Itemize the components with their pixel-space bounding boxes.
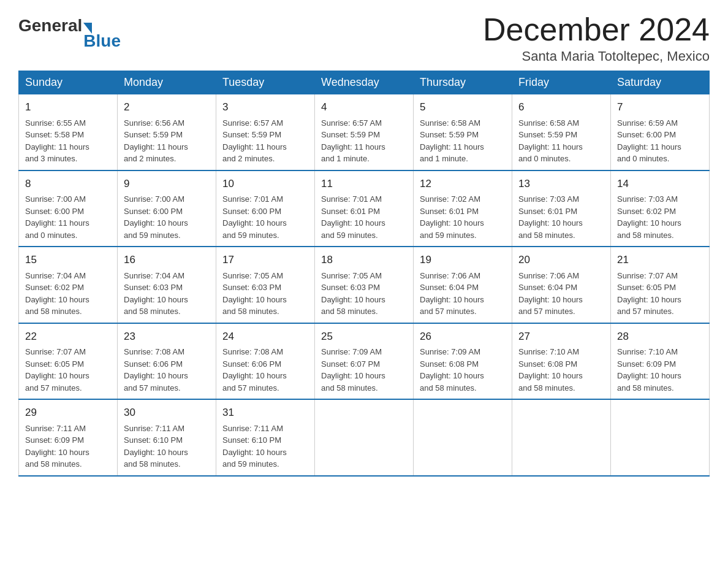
day-info: Sunrise: 7:10 AMSunset: 6:08 PMDaylight:… [518,346,604,394]
calendar-week-row: 29 Sunrise: 7:11 AMSunset: 6:09 PMDaylig… [19,399,710,476]
day-number: 27 [518,329,604,345]
day-info: Sunrise: 7:08 AMSunset: 6:06 PMDaylight:… [222,346,308,394]
day-info: Sunrise: 7:07 AMSunset: 6:05 PMDaylight:… [617,270,703,318]
calendar-cell: 30 Sunrise: 7:11 AMSunset: 6:10 PMDaylig… [118,399,216,476]
day-info: Sunrise: 6:57 AMSunset: 5:59 PMDaylight:… [222,117,308,165]
calendar-cell [414,399,512,476]
col-header-tuesday: Tuesday [216,71,315,94]
calendar-cell: 24 Sunrise: 7:08 AMSunset: 6:06 PMDaylig… [216,323,315,400]
calendar-header-row: SundayMondayTuesdayWednesdayThursdayFrid… [19,71,710,94]
day-number: 23 [124,329,210,345]
title-block: December 2024 Santa Maria Totoltepec, Me… [483,12,710,64]
logo: General General Blue [18,17,121,52]
day-number: 28 [617,329,703,345]
calendar-cell: 29 Sunrise: 7:11 AMSunset: 6:09 PMDaylig… [19,399,118,476]
day-number: 14 [617,176,703,192]
calendar-cell: 23 Sunrise: 7:08 AMSunset: 6:06 PMDaylig… [118,323,216,400]
day-number: 25 [321,329,407,345]
day-number: 24 [222,329,308,345]
calendar-cell: 28 Sunrise: 7:10 AMSunset: 6:09 PMDaylig… [611,323,710,400]
day-number: 30 [124,405,210,421]
col-header-saturday: Saturday [611,71,710,94]
calendar-cell: 7 Sunrise: 6:59 AMSunset: 6:00 PMDayligh… [611,94,710,170]
day-info: Sunrise: 7:09 AMSunset: 6:08 PMDaylight:… [420,346,506,394]
day-info: Sunrise: 7:05 AMSunset: 6:03 PMDaylight:… [222,270,308,318]
day-info: Sunrise: 7:04 AMSunset: 6:03 PMDaylight:… [124,270,210,318]
day-number: 5 [420,99,506,115]
calendar-cell: 11 Sunrise: 7:01 AMSunset: 6:01 PMDaylig… [315,170,414,247]
day-number: 6 [518,99,604,115]
day-number: 13 [518,176,604,192]
calendar-table: SundayMondayTuesdayWednesdayThursdayFrid… [18,71,710,477]
calendar-cell: 9 Sunrise: 7:00 AMSunset: 6:00 PMDayligh… [118,170,216,247]
calendar-cell: 25 Sunrise: 7:09 AMSunset: 6:07 PMDaylig… [315,323,414,400]
calendar-cell: 4 Sunrise: 6:57 AMSunset: 5:59 PMDayligh… [315,94,414,170]
calendar-cell: 1 Sunrise: 6:55 AMSunset: 5:58 PMDayligh… [19,94,118,170]
calendar-cell: 20 Sunrise: 7:06 AMSunset: 6:04 PMDaylig… [512,247,611,323]
day-info: Sunrise: 7:04 AMSunset: 6:02 PMDaylight:… [25,270,111,318]
calendar-cell: 19 Sunrise: 7:06 AMSunset: 6:04 PMDaylig… [414,247,512,323]
day-info: Sunrise: 7:02 AMSunset: 6:01 PMDaylight:… [420,193,506,241]
day-info: Sunrise: 6:57 AMSunset: 5:59 PMDaylight:… [321,117,407,165]
day-number: 19 [420,252,506,268]
day-number: 9 [124,176,210,192]
page-header: General General Blue December 2024 Santa… [18,12,710,64]
day-info: Sunrise: 6:58 AMSunset: 5:59 PMDaylight:… [518,117,604,165]
day-number: 16 [124,252,210,268]
day-number: 21 [617,252,703,268]
month-year-title: December 2024 [483,12,710,47]
day-info: Sunrise: 6:56 AMSunset: 5:59 PMDaylight:… [124,117,210,165]
day-info: Sunrise: 7:03 AMSunset: 6:02 PMDaylight:… [617,193,703,241]
day-info: Sunrise: 7:10 AMSunset: 6:09 PMDaylight:… [617,346,703,394]
calendar-cell: 14 Sunrise: 7:03 AMSunset: 6:02 PMDaylig… [611,170,710,247]
day-number: 10 [222,176,308,192]
calendar-cell [315,399,414,476]
calendar-week-row: 1 Sunrise: 6:55 AMSunset: 5:58 PMDayligh… [19,94,710,170]
day-info: Sunrise: 7:08 AMSunset: 6:06 PMDaylight:… [124,346,210,394]
calendar-week-row: 8 Sunrise: 7:00 AMSunset: 6:00 PMDayligh… [19,170,710,247]
day-number: 22 [25,329,111,345]
location-subtitle: Santa Maria Totoltepec, Mexico [483,48,710,64]
day-number: 29 [25,405,111,421]
day-number: 26 [420,329,506,345]
calendar-cell: 13 Sunrise: 7:03 AMSunset: 6:01 PMDaylig… [512,170,611,247]
day-info: Sunrise: 6:55 AMSunset: 5:58 PMDaylight:… [25,117,111,165]
calendar-cell: 5 Sunrise: 6:58 AMSunset: 5:59 PMDayligh… [414,94,512,170]
col-header-thursday: Thursday [414,71,512,94]
col-header-monday: Monday [118,71,216,94]
day-number: 31 [222,405,308,421]
logo-arrow-icon [83,23,92,34]
day-info: Sunrise: 7:11 AMSunset: 6:10 PMDaylight:… [222,423,308,470]
day-info: Sunrise: 7:00 AMSunset: 6:00 PMDaylight:… [124,193,210,241]
day-number: 17 [222,252,308,268]
day-number: 12 [420,176,506,192]
col-header-sunday: Sunday [19,71,118,94]
calendar-cell: 27 Sunrise: 7:10 AMSunset: 6:08 PMDaylig… [512,323,611,400]
col-header-wednesday: Wednesday [315,71,414,94]
day-info: Sunrise: 6:58 AMSunset: 5:59 PMDaylight:… [420,117,506,165]
day-number: 20 [518,252,604,268]
calendar-cell: 22 Sunrise: 7:07 AMSunset: 6:05 PMDaylig… [19,323,118,400]
calendar-cell: 31 Sunrise: 7:11 AMSunset: 6:10 PMDaylig… [216,399,315,476]
day-number: 7 [617,99,703,115]
day-info: Sunrise: 7:05 AMSunset: 6:03 PMDaylight:… [321,270,407,318]
calendar-cell: 21 Sunrise: 7:07 AMSunset: 6:05 PMDaylig… [611,247,710,323]
day-number: 3 [222,99,308,115]
day-info: Sunrise: 7:07 AMSunset: 6:05 PMDaylight:… [25,346,111,394]
calendar-cell: 18 Sunrise: 7:05 AMSunset: 6:03 PMDaylig… [315,247,414,323]
calendar-cell: 8 Sunrise: 7:00 AMSunset: 6:00 PMDayligh… [19,170,118,247]
day-number: 11 [321,176,407,192]
day-info: Sunrise: 7:01 AMSunset: 6:01 PMDaylight:… [321,193,407,241]
day-info: Sunrise: 6:59 AMSunset: 6:00 PMDaylight:… [617,117,703,165]
calendar-cell: 15 Sunrise: 7:04 AMSunset: 6:02 PMDaylig… [19,247,118,323]
day-info: Sunrise: 7:00 AMSunset: 6:00 PMDaylight:… [25,193,111,241]
day-info: Sunrise: 7:09 AMSunset: 6:07 PMDaylight:… [321,346,407,394]
day-number: 8 [25,176,111,192]
calendar-cell: 17 Sunrise: 7:05 AMSunset: 6:03 PMDaylig… [216,247,315,323]
day-number: 18 [321,252,407,268]
calendar-cell [512,399,611,476]
day-info: Sunrise: 7:11 AMSunset: 6:09 PMDaylight:… [25,423,111,470]
day-info: Sunrise: 7:01 AMSunset: 6:00 PMDaylight:… [222,193,308,241]
calendar-cell: 16 Sunrise: 7:04 AMSunset: 6:03 PMDaylig… [118,247,216,323]
day-info: Sunrise: 7:06 AMSunset: 6:04 PMDaylight:… [420,270,506,318]
